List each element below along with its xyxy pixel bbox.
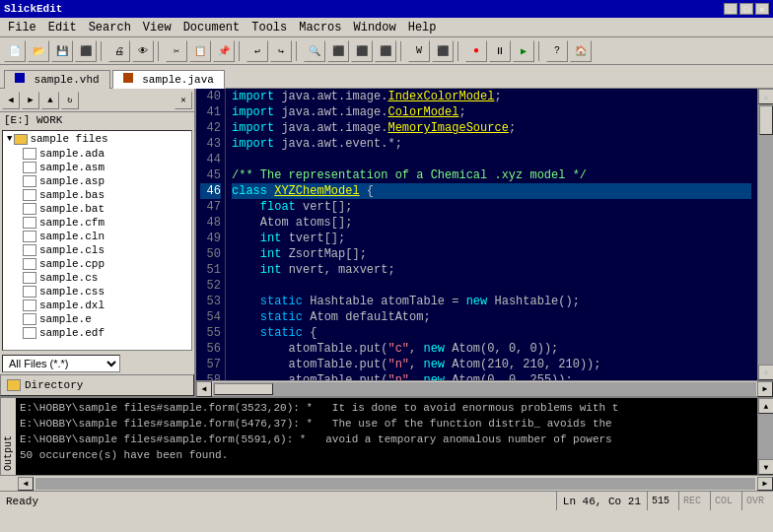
ob-left-btn[interactable]: ◀ xyxy=(18,477,34,491)
menubar: File Edit Search View Document Tools Mac… xyxy=(0,18,773,37)
bookmark-button[interactable]: ⬛ xyxy=(375,40,396,62)
build-button[interactable]: W xyxy=(408,40,430,62)
h-scrollbar-thumb[interactable] xyxy=(214,383,273,395)
drive-label: [E:] WORK xyxy=(0,112,194,128)
run-button[interactable]: ⬛ xyxy=(432,40,454,62)
new-button[interactable]: 📄 xyxy=(4,40,26,62)
file-icon xyxy=(23,189,36,201)
ob-right-btn[interactable]: ▶ xyxy=(757,477,773,491)
help-button[interactable]: ? xyxy=(546,40,568,62)
file-tree[interactable]: ▼ sample files sample.ada sample.asm sam… xyxy=(2,130,192,351)
scroll-left-btn[interactable]: ◀ xyxy=(196,381,212,397)
file-label: sample.bas xyxy=(39,189,105,201)
play-button[interactable]: ▶ xyxy=(513,40,534,62)
menu-tools[interactable]: Tools xyxy=(246,19,293,36)
scroll-down-btn[interactable]: ▼ xyxy=(758,365,773,380)
code-area[interactable]: 40 41 42 43 44 45 46 47 48 49 50 51 52 5… xyxy=(196,89,773,380)
file-label: sample.dxl xyxy=(39,299,105,311)
list-item[interactable]: sample.cs xyxy=(3,271,191,285)
paste-button[interactable]: 📌 xyxy=(213,40,235,62)
list-item[interactable]: sample.cpp xyxy=(3,257,191,271)
output-content[interactable]: E:\HOBBY\sample files#sample.form(3523,2… xyxy=(16,398,757,475)
list-item[interactable]: sample.ada xyxy=(3,147,191,161)
file-icon xyxy=(23,217,36,229)
directory-button[interactable]: Directory xyxy=(0,374,194,396)
list-item[interactable]: sample.bat xyxy=(3,202,191,216)
statusbar: Ready Ln 46, Co 21 515 REC COL OVR xyxy=(0,491,773,510)
horizontal-scrollbar[interactable]: ◀ ▶ xyxy=(196,380,773,396)
list-item[interactable]: sample.edf xyxy=(3,326,191,340)
file-icon xyxy=(23,203,36,215)
sidebar-back-btn[interactable]: ◀ xyxy=(2,92,20,109)
pause-button[interactable]: ⏸ xyxy=(489,40,511,62)
output-scrollbar[interactable]: ▲ ▼ xyxy=(757,398,773,475)
sidebar-up-btn[interactable]: ▲ xyxy=(41,92,59,109)
file-label: sample.css xyxy=(39,286,105,298)
output-panel: Output E:\HOBBY\sample files#sample.form… xyxy=(0,396,773,475)
scroll-right-btn[interactable]: ▶ xyxy=(757,381,773,397)
preview-button[interactable]: 👁 xyxy=(132,40,154,62)
save-all-button[interactable]: ⬛ xyxy=(75,40,97,62)
minimize-button[interactable]: _ xyxy=(724,3,738,15)
maximize-button[interactable]: □ xyxy=(739,3,753,15)
file-label: sample.bat xyxy=(39,203,105,215)
file-icon xyxy=(23,175,36,187)
filter-bar: All Files (*.*) xyxy=(0,353,194,374)
directory-label: Directory xyxy=(25,379,83,391)
output-scroll-track[interactable] xyxy=(758,414,773,459)
output-line: 50 occurence(s) have been found. xyxy=(20,447,753,463)
list-item[interactable]: sample.cln xyxy=(3,230,191,243)
tab-sample-vhd[interactable]: sample.vhd xyxy=(4,70,110,89)
list-item[interactable]: sample.bas xyxy=(3,188,191,202)
close-button[interactable]: ✕ xyxy=(755,3,769,15)
find-button[interactable]: 🔍 xyxy=(304,40,325,62)
stop-button[interactable]: ● xyxy=(465,40,487,62)
replace-button[interactable]: ⬛ xyxy=(351,40,373,62)
menu-window[interactable]: Window xyxy=(348,19,402,36)
menu-view[interactable]: View xyxy=(137,19,177,36)
file-icon xyxy=(23,231,36,242)
file-filter-dropdown[interactable]: All Files (*.*) xyxy=(2,355,120,372)
sidebar-close-btn[interactable]: ✕ xyxy=(175,92,192,109)
list-item[interactable]: sample.cfm xyxy=(3,216,191,230)
vertical-scrollbar[interactable]: ▲ ▼ xyxy=(757,89,773,380)
menu-file[interactable]: File xyxy=(2,19,42,36)
print-button[interactable]: 🖨 xyxy=(108,40,130,62)
list-item[interactable]: sample.asm xyxy=(3,161,191,174)
sidebar-toolbar: ◀ ▶ ▲ ↻ ✕ xyxy=(0,89,194,112)
menu-document[interactable]: Document xyxy=(177,19,246,36)
scrollbar-thumb[interactable] xyxy=(759,105,773,135)
scroll-up-btn[interactable]: ▲ xyxy=(758,89,773,104)
open-button[interactable]: 📂 xyxy=(28,40,49,62)
output-scroll-down[interactable]: ▼ xyxy=(758,459,773,475)
list-item[interactable]: sample.asp xyxy=(3,174,191,188)
sidebar-refresh-btn[interactable]: ↻ xyxy=(61,92,79,109)
redo-button[interactable]: ↪ xyxy=(270,40,292,62)
status-col: COL xyxy=(710,492,741,510)
ob-track[interactable] xyxy=(35,478,755,490)
menu-edit[interactable]: Edit xyxy=(42,19,83,36)
copy-button[interactable]: 📋 xyxy=(189,40,211,62)
file-icon xyxy=(23,244,36,256)
save-button[interactable]: 💾 xyxy=(51,40,73,62)
list-item[interactable]: sample.css xyxy=(3,285,191,299)
list-item[interactable]: sample.dxl xyxy=(3,299,191,312)
list-item[interactable]: sample.e xyxy=(3,312,191,326)
find-next-button[interactable]: ⬛ xyxy=(327,40,349,62)
file-label: sample.asp xyxy=(39,175,105,187)
home-button[interactable]: 🏠 xyxy=(570,40,592,62)
menu-help[interactable]: Help xyxy=(402,19,443,36)
tab-sample-java[interactable]: sample.java xyxy=(112,70,225,89)
scrollbar-track[interactable] xyxy=(758,104,773,365)
menu-search[interactable]: Search xyxy=(83,19,137,36)
undo-button[interactable]: ↩ xyxy=(246,40,268,62)
sidebar-forward-btn[interactable]: ▶ xyxy=(22,92,39,109)
code-content[interactable]: import java.awt.image.IndexColorModel; i… xyxy=(226,89,757,380)
h-scrollbar-track[interactable] xyxy=(213,382,756,396)
list-item[interactable]: sample.cls xyxy=(3,243,191,257)
output-scroll-up[interactable]: ▲ xyxy=(758,398,773,414)
output-line: E:\HOBBY\sample files#sample.form(3523,2… xyxy=(20,400,753,416)
cut-button[interactable]: ✂ xyxy=(166,40,187,62)
tab-label-java: sample.java xyxy=(142,74,214,86)
menu-macros[interactable]: Macros xyxy=(293,19,347,36)
